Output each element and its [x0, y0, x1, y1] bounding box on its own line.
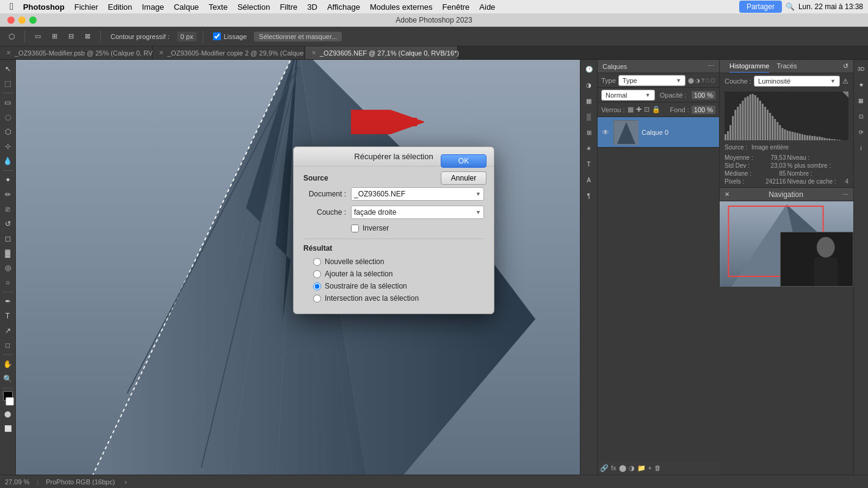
menu-fichier[interactable]: Fichier [70, 1, 103, 13]
pen-tool[interactable]: ✒ [1, 295, 15, 308]
tab-close-2[interactable]: ✕ [159, 49, 164, 56]
selection-intersect[interactable]: ⊠ [81, 31, 94, 41]
selection-subtract[interactable]: ⊟ [65, 31, 78, 41]
smart-filter-icon[interactable]: ★ [855, 78, 868, 92]
blend-mode-select[interactable]: Normal ▼ [601, 90, 655, 101]
quick-mask[interactable]: ⬤ [1, 407, 15, 420]
menu-photoshop[interactable]: Photoshop [18, 1, 70, 13]
menu-calque[interactable]: Calque [169, 1, 204, 13]
char-icon[interactable]: A [582, 173, 596, 187]
nav-expand[interactable]: ⋯ [842, 191, 848, 198]
traces-tab[interactable]: Tracés [776, 60, 797, 73]
history-icon[interactable]: 🕐 [582, 62, 596, 76]
minimize-button[interactable] [18, 16, 26, 24]
close-button[interactable] [7, 16, 15, 24]
menu-texte[interactable]: Texte [204, 1, 233, 13]
layer-item[interactable]: 👁 Calque 0 [598, 117, 719, 148]
select-mask-button[interactable]: Sélectionner et masquer... [254, 32, 342, 41]
menu-filtre[interactable]: Filtre [275, 1, 302, 13]
search-icon[interactable]: 🔍 [786, 2, 795, 11]
eyedropper-tool[interactable]: 💧 [1, 154, 15, 168]
histogram-tab[interactable]: Histogramme [729, 60, 769, 73]
nav-close[interactable]: ✕ [725, 191, 729, 198]
lissage-checkbox[interactable]: Lissage [209, 31, 250, 41]
opacity-value[interactable]: 100 % [692, 91, 715, 99]
menu-aide[interactable]: Aide [474, 1, 500, 13]
text-tool[interactable]: T [1, 309, 15, 323]
screen-mode[interactable]: ⬜ [1, 422, 15, 435]
tab-1[interactable]: ✕ _OZ93605-Modifier.psb @ 25% (Calque 0,… [0, 46, 153, 59]
histogram-warning[interactable]: ⚠ [842, 77, 848, 85]
layer-adjustment-icon[interactable]: ◑ [629, 464, 635, 472]
selection-add[interactable]: ⊞ [48, 31, 61, 41]
blur-tool[interactable]: ◎ [1, 261, 15, 274]
compare-icon[interactable]: ⊡ [855, 110, 868, 123]
brush-tool[interactable]: ✏ [1, 188, 15, 201]
filter-pixel[interactable]: ⬤ [688, 77, 694, 84]
marquee-tool[interactable]: ▭ [1, 96, 15, 109]
selection-shape-rect[interactable]: ▭ [31, 31, 45, 41]
partager-button[interactable]: Partager [739, 1, 782, 13]
apple-menu[interactable]:  [5, 0, 18, 13]
layers-collapse[interactable]: ⋯ [707, 62, 714, 70]
history-brush-tool[interactable]: ↺ [1, 217, 15, 231]
eraser-tool[interactable]: ◻ [1, 232, 15, 245]
lock-artboard[interactable]: ⊡ [644, 106, 649, 113]
menu-3d[interactable]: 3D [302, 1, 322, 13]
prop-icon[interactable]: ⟳ [855, 126, 868, 139]
filter-shape[interactable]: □ [706, 77, 709, 84]
menu-selection[interactable]: Sélection [233, 1, 275, 13]
info-icon[interactable]: i [855, 142, 868, 155]
layer-mask-icon[interactable]: ⬤ [619, 464, 626, 472]
radio-intersection[interactable] [313, 295, 321, 303]
text-panel-icon[interactable]: T [582, 157, 596, 171]
lasso-tool[interactable]: ◌ [1, 110, 15, 124]
layer-group-icon[interactable]: 📁 [637, 464, 646, 472]
cancel-button[interactable]: Annuler [441, 171, 486, 185]
grid-icon[interactable]: ▦ [855, 94, 868, 107]
radio-ajouter[interactable] [313, 270, 321, 278]
swatches-icon[interactable]: ▦ [582, 94, 596, 107]
move-tool[interactable]: ↖ [1, 62, 15, 76]
para-icon[interactable]: ¶ [582, 189, 596, 203]
shape-tool[interactable]: □ [1, 339, 15, 352]
zoom-tool[interactable]: 🔍 [1, 372, 15, 386]
lock-pixel[interactable]: ▦ [627, 106, 634, 113]
filter-smart[interactable]: ⬡ [711, 77, 715, 84]
menu-image[interactable]: Image [137, 1, 169, 13]
menu-edition[interactable]: Edition [103, 1, 137, 13]
clone-tool[interactable]: ⎚ [1, 203, 15, 216]
maximize-button[interactable] [29, 16, 37, 24]
menu-modules[interactable]: Modules externes [365, 1, 438, 13]
histogram-refresh[interactable]: ↺ [843, 62, 848, 70]
gradient-tool[interactable]: ▓ [1, 246, 15, 260]
crop-tool[interactable]: ⊹ [1, 140, 15, 153]
tab-3[interactable]: ✕ _OZ93605.NEF @ 27,1% (Calque 0, RVB/16… [305, 46, 458, 59]
couche-select[interactable]: façade droite ▼ [351, 206, 484, 219]
filter-select[interactable]: Type ▼ [618, 75, 685, 86]
path-select-tool[interactable]: ↗ [1, 324, 15, 337]
lock-all[interactable]: 🔒 [652, 106, 660, 113]
layer-delete-icon[interactable]: 🗑 [654, 464, 661, 472]
3d-icon[interactable]: 3D [855, 62, 868, 76]
lock-pos[interactable]: ✚ [636, 106, 642, 113]
artboard-tool[interactable]: ⬚ [1, 77, 15, 90]
layer-link-icon[interactable]: 🔗 [600, 464, 609, 472]
filter-adjust[interactable]: ◑ [695, 77, 700, 84]
adjustments-icon[interactable]: ☀ [582, 142, 596, 155]
layer-visibility[interactable]: 👁 [601, 128, 610, 137]
document-select[interactable]: _OZ93605.NEF ▼ [351, 187, 484, 201]
background-color[interactable] [5, 397, 14, 406]
navigate-arrow[interactable]: › [125, 478, 127, 486]
layer-fx-icon[interactable]: fx [611, 464, 617, 472]
contour-value[interactable]: 0 px [177, 32, 197, 41]
spot-heal-tool[interactable]: ✦ [1, 173, 15, 187]
fill-value[interactable]: 100 % [692, 106, 715, 114]
layer-add-icon[interactable]: + [648, 464, 652, 472]
dodge-tool[interactable]: ○ [1, 276, 15, 289]
ok-button[interactable]: OK [441, 154, 486, 168]
tab-close-3[interactable]: ✕ [311, 49, 316, 56]
tab-close-1[interactable]: ✕ [6, 49, 11, 56]
hand-tool[interactable]: ✋ [1, 357, 15, 371]
color-icon[interactable]: ◑ [582, 78, 596, 92]
